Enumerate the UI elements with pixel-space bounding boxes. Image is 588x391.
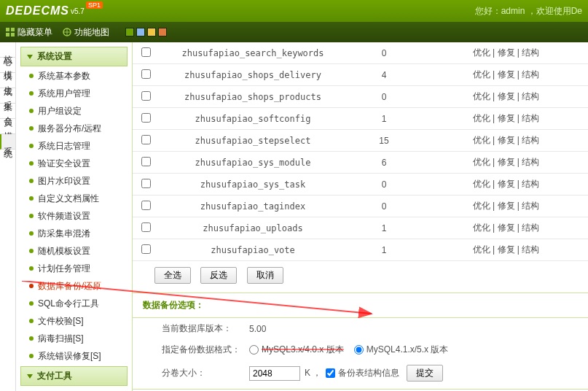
row-checkbox[interactable] <box>141 222 151 232</box>
optimize-link[interactable]: 优化 <box>473 113 490 123</box>
logo-text: DEDECMS <box>6 4 69 18</box>
sidebar-item[interactable]: 系统用户管理 <box>20 85 128 102</box>
repair-link[interactable]: 修复 <box>498 91 515 101</box>
svg-rect-0 <box>6 28 9 31</box>
row-checkbox[interactable] <box>141 113 151 123</box>
table-name-cell: zhusufapiao_search_keywords <box>162 42 344 64</box>
struct-link[interactable]: 结构 <box>522 91 539 101</box>
table-row: zhusufapiao_softconfig1优化 | 修复 | 结构 <box>133 108 588 130</box>
repair-link[interactable]: 修复 <box>498 222 515 233</box>
vtab-2[interactable]: 生成 <box>0 73 15 88</box>
table-actions-cell: 优化 | 修复 | 结构 <box>424 108 588 130</box>
struct-link[interactable]: 结构 <box>522 179 539 189</box>
greeting-text: 您好：admin ，欢迎使用De <box>475 5 582 18</box>
repair-link[interactable]: 修复 <box>498 47 515 58</box>
optimize-link[interactable]: 优化 <box>473 135 490 145</box>
table-actions-cell: 优化 | 修复 | 结构 <box>424 239 588 261</box>
sidebar-item[interactable]: 验证安全设置 <box>20 155 128 172</box>
sidebar-item[interactable]: 用户组设定 <box>20 103 128 120</box>
sidebar-item[interactable]: 防采集串混淆 <box>20 225 128 242</box>
sidebar-item[interactable]: 服务器分布/远程 <box>20 120 128 137</box>
vtab-0[interactable]: 核心 <box>0 42 15 58</box>
theme-color-3[interactable] <box>158 28 167 36</box>
sidebar-item[interactable]: 软件频道设置 <box>20 208 128 225</box>
theme-color-2[interactable] <box>147 28 156 36</box>
table-count-cell: 0 <box>344 86 424 108</box>
select-all-button[interactable]: 全选 <box>154 267 191 284</box>
sidebar-item[interactable]: 系统错误修复[S] <box>20 348 128 365</box>
row-checkbox[interactable] <box>141 91 151 101</box>
sidebar-item[interactable]: 数据库备份/还原 <box>20 278 128 295</box>
sidebar-item[interactable]: 自定义文档属性 <box>20 190 128 207</box>
table-name-cell: zhusufapiao_shops_products <box>162 86 344 108</box>
theme-color-1[interactable] <box>136 28 145 36</box>
optimize-link[interactable]: 优化 <box>473 179 490 189</box>
optimize-link[interactable]: 优化 <box>473 69 490 80</box>
repair-link[interactable]: 修复 <box>498 201 515 211</box>
chunk-size-input[interactable] <box>249 366 300 381</box>
repair-link[interactable]: 修复 <box>498 113 515 123</box>
struct-link[interactable]: 结构 <box>522 157 539 167</box>
sidebar-item[interactable]: SQL命令行工具 <box>20 295 128 312</box>
optimize-link[interactable]: 优化 <box>473 222 490 233</box>
optimize-link[interactable]: 优化 <box>473 244 490 255</box>
format-radio-2[interactable] <box>354 345 364 355</box>
theme-color-0[interactable] <box>125 28 134 36</box>
repair-link[interactable]: 修复 <box>498 135 515 145</box>
struct-link[interactable]: 结构 <box>522 47 539 58</box>
sidebar-item[interactable]: 点卡产品分类 <box>20 387 128 391</box>
sidebar-group-payment[interactable]: 支付工具 <box>20 366 128 386</box>
table-count-cell: 4 <box>344 64 424 86</box>
sidebar-item[interactable]: 系统基本参数 <box>20 68 128 85</box>
vtab-1[interactable]: 模块 <box>0 58 15 73</box>
table-count-cell: 1 <box>344 239 424 261</box>
cancel-select-button[interactable]: 取消 <box>247 267 283 284</box>
table-row: zhusufapiao_tagindex0优化 | 修复 | 结构 <box>133 196 588 217</box>
repair-link[interactable]: 修复 <box>498 179 515 189</box>
invert-select-button[interactable]: 反选 <box>200 267 237 284</box>
sidebar-item[interactable]: 系统日志管理 <box>20 138 128 155</box>
optimize-link[interactable]: 优化 <box>473 91 490 101</box>
row-checkbox[interactable] <box>141 201 151 210</box>
repair-link[interactable]: 修复 <box>498 69 515 80</box>
table-count-cell: 6 <box>344 152 424 174</box>
vtab-3[interactable]: 采集 <box>0 88 15 104</box>
row-checkbox[interactable] <box>141 69 151 79</box>
sidebar-item[interactable]: 文件校验[S] <box>20 313 128 330</box>
hide-menu-label: 隐藏菜单 <box>17 26 52 39</box>
struct-link[interactable]: 结构 <box>522 244 539 255</box>
struct-link[interactable]: 结构 <box>522 222 539 233</box>
row-checkbox[interactable] <box>141 244 151 254</box>
optimize-link[interactable]: 优化 <box>473 47 490 58</box>
format-radio-1[interactable] <box>249 345 259 355</box>
row-checkbox[interactable] <box>141 47 151 57</box>
struct-link[interactable]: 结构 <box>522 135 539 145</box>
sidebar-group-system[interactable]: 系统设置 <box>20 47 128 66</box>
row-checkbox[interactable] <box>141 157 151 166</box>
sidebar-item[interactable]: 病毒扫描[S] <box>20 330 128 347</box>
repair-link[interactable]: 修复 <box>498 157 515 167</box>
table-row: zhusufapiao_stepselect15优化 | 修复 | 结构 <box>133 130 588 152</box>
vtab-5[interactable]: 模板 <box>0 119 15 134</box>
sidebar-item[interactable]: 随机模板设置 <box>20 243 128 260</box>
row-checkbox[interactable] <box>141 135 151 144</box>
sidebar-item[interactable]: 计划任务管理 <box>20 260 128 277</box>
optimize-link[interactable]: 优化 <box>473 157 490 167</box>
hide-menu-link[interactable]: 隐藏菜单 <box>6 26 52 39</box>
sidebar-item[interactable]: 图片水印设置 <box>20 173 128 190</box>
func-map-link[interactable]: 功能地图 <box>63 26 109 39</box>
backup-struct-check[interactable]: 备份表结构信息 <box>326 367 399 379</box>
row-checkbox[interactable] <box>141 179 151 188</box>
repair-link[interactable]: 修复 <box>498 244 515 255</box>
format-opt-mysql5[interactable]: MySQL4.1.x/5.x 版本 <box>354 344 449 356</box>
vtab-4[interactable]: 会员 <box>0 104 15 119</box>
table-actions-cell: 优化 | 修复 | 结构 <box>424 174 588 196</box>
struct-link[interactable]: 结构 <box>522 201 539 211</box>
backup-struct-checkbox[interactable] <box>326 368 335 378</box>
struct-link[interactable]: 结构 <box>522 69 539 80</box>
struct-link[interactable]: 结构 <box>522 113 539 123</box>
submit-button[interactable]: 提交 <box>407 365 443 382</box>
vtab-6[interactable]: 系统 <box>0 134 15 150</box>
format-opt-mysql4[interactable]: MySQL3.x/4.0.x 版本 <box>249 344 344 356</box>
optimize-link[interactable]: 优化 <box>473 201 490 211</box>
